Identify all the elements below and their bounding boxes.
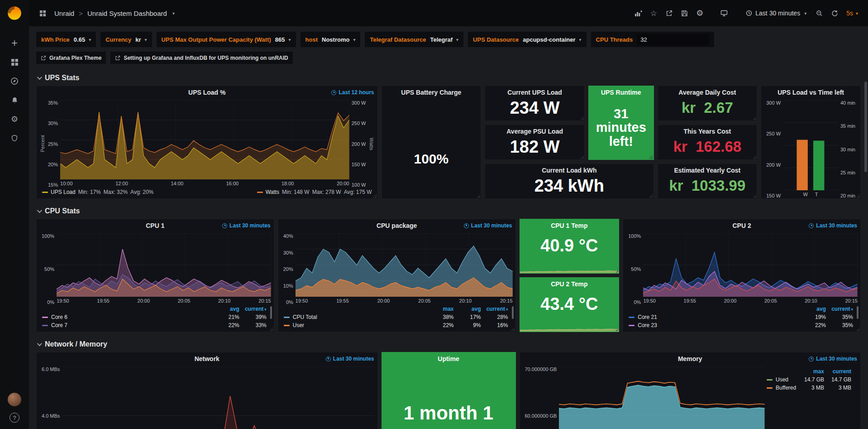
breadcrumb-org[interactable]: Unraid <box>54 10 74 17</box>
panel-title[interactable]: Current Load kWh <box>542 167 596 174</box>
memory-chart[interactable] <box>559 366 765 429</box>
legend-sort-avg[interactable]: avg <box>212 306 239 312</box>
panel-title[interactable]: UPS Load % <box>188 89 225 96</box>
legend-series-toggle[interactable]: User <box>284 322 427 328</box>
cpu-threads-input[interactable] <box>637 34 709 45</box>
panel-title[interactable]: UPS Runtime <box>601 89 641 96</box>
legend-scrollbar[interactable] <box>270 306 272 319</box>
panel-time-range[interactable]: Last 30 minutes <box>809 222 857 229</box>
alerting-bell-icon[interactable] <box>5 91 24 110</box>
panel-this-years-cost: This Years Cost kr 162.68 <box>658 125 758 160</box>
legend-item-watts[interactable]: Watts Min: 148 W Max: 278 W Avg: 175 W <box>257 189 372 195</box>
section-ups-stats[interactable]: UPS Stats <box>36 70 861 86</box>
legend-sort-current[interactable]: current <box>824 368 851 375</box>
legend-sort-avg[interactable]: avg <box>454 306 481 312</box>
variable-ups-datasource: UPS Datasource apcupsd-container▾ <box>468 32 586 47</box>
panel-time-range[interactable]: Last 30 minutes <box>326 356 374 362</box>
series-color-dash <box>284 325 290 326</box>
series-color-dash <box>629 325 634 326</box>
cpu-package-chart[interactable] <box>296 233 513 297</box>
panel-time-range[interactable]: Last 30 minutes <box>222 222 271 229</box>
zoom-out-icon[interactable] <box>812 5 826 21</box>
panel-title[interactable]: CPU package <box>377 222 417 229</box>
star-icon[interactable]: ☆ <box>646 5 661 21</box>
panel-title[interactable]: CPU 2 Temp <box>551 280 587 288</box>
link-grafana-plex-theme[interactable]: Grafana Plex Theme <box>36 52 106 64</box>
section-network-memory[interactable]: Network / Memory <box>36 337 861 352</box>
refresh-icon[interactable] <box>827 5 842 21</box>
panel-time-range[interactable]: Last 12 hours <box>331 89 374 96</box>
panel-title[interactable]: Memory <box>678 355 702 362</box>
legend-sort-current[interactable]: current▾ <box>481 306 508 312</box>
dashboard-title-caret-icon[interactable]: ▾ <box>172 11 175 16</box>
grafana-logo[interactable] <box>6 5 23 22</box>
create-icon[interactable]: + <box>5 34 24 53</box>
panel-title[interactable]: Average Daily Cost <box>678 89 736 96</box>
legend-series-toggle[interactable]: Buffered <box>767 385 797 391</box>
network-chart[interactable] <box>62 366 374 429</box>
ups-vs-time-bar-chart[interactable] <box>783 100 838 190</box>
panel-title[interactable]: CPU 2 <box>733 222 751 229</box>
ups-load-chart[interactable] <box>60 100 349 179</box>
panel-title[interactable]: UPS Load vs Time left <box>777 89 844 96</box>
section-cpu-stats[interactable]: CPU Stats <box>36 203 861 219</box>
variable-value-dropdown[interactable]: Nostromo▾ <box>322 36 355 43</box>
legend-scrollbar[interactable] <box>512 306 514 319</box>
server-admin-shield-icon[interactable] <box>5 129 24 148</box>
dashboards-icon[interactable] <box>5 53 24 72</box>
legend-series-toggle[interactable]: Core 6 <box>42 314 212 320</box>
panel-time-range[interactable]: Last 30 minutes <box>809 356 857 362</box>
add-panel-icon[interactable] <box>631 5 645 21</box>
dashboard-title[interactable]: Unraid System Dashboard <box>87 10 167 17</box>
panel-title[interactable]: Uptime <box>438 355 459 362</box>
legend-series-toggle[interactable]: Used <box>767 376 797 383</box>
variable-value-dropdown[interactable]: 0.65▾ <box>74 36 91 43</box>
legend-scrollbar[interactable] <box>857 306 858 319</box>
legend-sort-current[interactable]: current▾ <box>239 306 267 312</box>
legend-row: Buffered 3 MB 3 MB <box>767 384 851 392</box>
legend-sort-max[interactable]: max <box>427 306 454 312</box>
panel-title[interactable]: UPS Battery Charge <box>401 89 461 96</box>
page-scrollbar[interactable] <box>864 82 867 172</box>
variable-value-dropdown[interactable]: apcupsd-container▾ <box>523 36 581 43</box>
refresh-interval-picker[interactable]: 5s ▾ <box>843 5 862 21</box>
clock-icon <box>331 90 336 95</box>
chevron-down-icon <box>37 208 42 213</box>
cpu1-chart[interactable] <box>57 233 271 297</box>
panel-title[interactable]: Current UPS Load <box>507 89 562 96</box>
legend-series-toggle[interactable]: Core 21 <box>629 314 799 320</box>
legend-sort-max[interactable]: max <box>797 368 824 375</box>
panel-title[interactable]: CPU 1 Temp <box>551 222 587 229</box>
configuration-gear-icon[interactable]: ⚙ <box>5 110 24 129</box>
cycle-view-monitor-icon[interactable] <box>717 5 731 21</box>
legend-series-toggle[interactable]: Core 23 <box>629 322 799 328</box>
share-icon[interactable] <box>662 5 676 21</box>
cpu2-chart[interactable] <box>643 233 858 297</box>
panel-time-range[interactable]: Last 30 minutes <box>464 222 512 229</box>
legend-sort-avg[interactable]: avg <box>799 306 826 312</box>
save-icon[interactable] <box>677 5 692 21</box>
legend-series-toggle[interactable]: Core 7 <box>42 322 212 328</box>
variable-value-dropdown[interactable]: Telegraf▾ <box>430 36 458 43</box>
legend-series-toggle[interactable]: CPU Total <box>284 314 427 320</box>
apps-grid-icon[interactable] <box>35 5 50 21</box>
panel-time-range-label: Last 12 hours <box>339 89 374 96</box>
panel-title[interactable]: Estimated Yearly Cost <box>674 167 740 174</box>
panel-cpu2-graph: CPU 2 Last 30 minutes 100% 50% 0% <box>623 219 861 332</box>
panel-title[interactable]: Network <box>195 355 219 362</box>
time-range-picker[interactable]: Last 30 minutes ▾ <box>741 5 811 21</box>
legend-item-ups-load[interactable]: UPS Load Min: 17% Max: 32% Avg: 20% <box>42 189 153 195</box>
help-icon[interactable]: ? <box>10 413 19 423</box>
panel-title[interactable]: This Years Cost <box>683 128 731 135</box>
settings-gear-icon[interactable]: ⚙ <box>692 5 707 21</box>
variable-value-dropdown[interactable]: 865▾ <box>275 36 291 43</box>
variable-value-dropdown[interactable]: kr▾ <box>135 36 147 43</box>
panel-title[interactable]: Average PSU Load <box>506 128 563 135</box>
clock-icon <box>326 357 331 362</box>
legend-sort-current[interactable]: current▾ <box>826 306 853 312</box>
link-ups-monitoring-guide[interactable]: Setting up Grafana and InfluxDB for UPS … <box>110 52 292 64</box>
explore-compass-icon[interactable] <box>5 72 24 91</box>
user-avatar[interactable] <box>8 393 21 406</box>
panel-title[interactable]: CPU 1 <box>146 222 164 229</box>
y-axis-left: 6.0 MBs 4.0 MBs 2.0 MBs <box>39 366 62 429</box>
